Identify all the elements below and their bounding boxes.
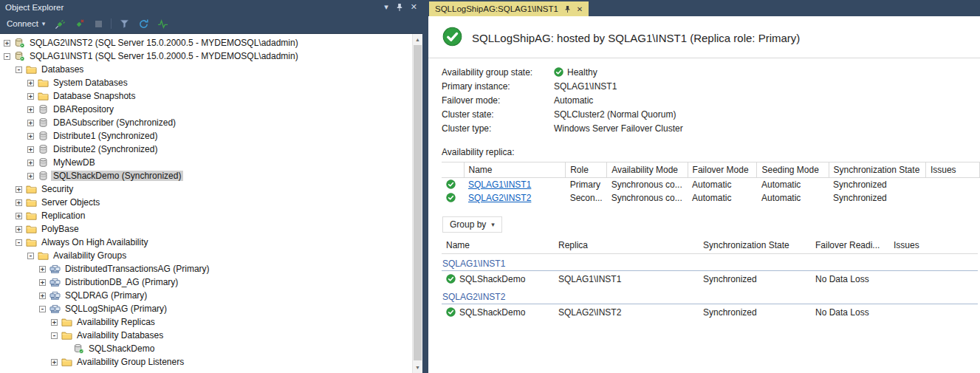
tree-item[interactable]: +DBASubscriber (Synchronized) (0, 116, 412, 129)
tab-close-icon[interactable]: ✕ (577, 5, 583, 13)
detail-row: Primary instance:SQLAG1\INST1 (442, 79, 980, 93)
expand-icon[interactable]: + (51, 359, 58, 366)
collapse-icon[interactable]: - (16, 66, 22, 73)
folder-icon (61, 317, 72, 327)
dashboard-header: SQLLogShipAG: hosted by SQLAG1\INST1 (Re… (442, 22, 980, 58)
tree-item-label: DistributionDB_AG (Primary) (63, 277, 180, 287)
replica-column-header[interactable]: Seeding Mode (757, 162, 829, 178)
group-by-dropdown[interactable]: Group by▾ (442, 216, 502, 233)
database-column-header[interactable]: Issues (889, 237, 978, 254)
detail-value-text: SQLCluster2 (Normal Quorum) (554, 109, 676, 120)
collapse-icon[interactable]: - (51, 332, 58, 339)
database-column-header[interactable]: Name (442, 237, 554, 254)
collapse-icon[interactable]: - (16, 239, 22, 246)
ag-healthy-icon (442, 27, 462, 49)
close-icon[interactable]: ✕ (411, 3, 417, 11)
replica-column-header[interactable]: Name (464, 162, 566, 178)
database-group-header[interactable]: SQLAG2\INST2 (442, 287, 978, 304)
titlebar-icons: ▾ ✕ (384, 3, 417, 12)
tree-item[interactable]: +PolyBase (0, 222, 412, 236)
scrollbar-thumb[interactable] (414, 45, 422, 360)
tree-item[interactable]: +MyNewDB (0, 156, 412, 169)
tree-item[interactable]: +Server Objects (0, 196, 412, 209)
replica-status-cell (442, 178, 464, 192)
replica-column-header[interactable]: Synchronization State (829, 162, 925, 178)
tree-item[interactable]: +SQLAG2\INST2 (SQL Server 15.0.2000.5 - … (0, 36, 412, 49)
tree-item[interactable]: +Availability Replicas (0, 315, 412, 329)
expand-icon[interactable]: + (27, 173, 34, 179)
tree-item[interactable]: -Always On High Availability (0, 236, 412, 249)
expand-icon[interactable]: + (27, 93, 34, 100)
tree-item[interactable]: +System Databases (0, 76, 412, 89)
expand-icon[interactable]: + (27, 160, 34, 166)
tree-item[interactable]: -Databases (0, 63, 412, 76)
tree-item[interactable]: +Distribute1 (Synchronized) (0, 129, 412, 143)
tree-item[interactable]: SQLShackDemo (0, 342, 412, 355)
healthy-check-icon (554, 67, 563, 77)
tree-item[interactable]: -Availability Databases (0, 329, 412, 342)
tree-item[interactable]: +Replication (0, 209, 412, 222)
expand-icon[interactable]: + (16, 226, 22, 233)
disconnect-icon[interactable] (72, 17, 86, 30)
expand-icon[interactable]: + (27, 106, 34, 113)
tree-item-label: DBASubscriber (Synchronized) (51, 117, 178, 128)
tree-item[interactable]: -SQLLogShipAG (Primary) (0, 302, 412, 315)
expand-icon[interactable]: + (39, 292, 46, 299)
collapse-icon[interactable]: - (39, 306, 46, 312)
stop-icon[interactable] (92, 17, 105, 30)
replica-column-header[interactable]: Failover Mode (688, 162, 757, 178)
expand-icon[interactable]: + (16, 186, 22, 193)
tab-pin-icon[interactable] (564, 5, 571, 13)
panel-splitter[interactable] (422, 0, 428, 373)
replica-column-header[interactable]: Issues (925, 162, 979, 178)
expand-icon[interactable]: + (27, 80, 34, 86)
database-column-header[interactable]: Synchronization State (699, 237, 811, 254)
pin-icon[interactable] (396, 3, 403, 12)
tree-item[interactable]: +SQLShackDemo (Synchronized) (0, 169, 412, 182)
replica-column-header[interactable]: Availability Mode (607, 162, 688, 178)
activity-monitor-icon[interactable] (156, 17, 169, 30)
window-position-icon[interactable]: ▾ (384, 3, 388, 11)
replica-name-link[interactable]: SQLAG1\INST1 (468, 179, 531, 190)
expand-icon[interactable]: + (16, 199, 22, 206)
healthy-check-icon (442, 27, 462, 47)
tree-item[interactable]: +DistributedTransactionsAG (Primary) (0, 262, 412, 276)
collapse-icon[interactable]: - (4, 53, 10, 60)
tab-availability-group-dashboard[interactable]: SQLLogShipAG:SQLAG1\INST1 ✕ (429, 1, 589, 16)
expand-icon[interactable]: + (16, 213, 22, 219)
tree-item[interactable]: +Database Snapshots (0, 89, 412, 103)
tree-item[interactable]: -Availability Groups (0, 249, 412, 262)
tree-item[interactable]: +Distribute2 (Synchronized) (0, 143, 412, 156)
expand-icon[interactable]: + (27, 120, 34, 126)
database-name-cell: SQLShackDemo (442, 304, 554, 321)
filter-icon[interactable] (117, 17, 131, 30)
expand-icon[interactable]: + (39, 279, 46, 286)
expand-icon[interactable]: + (27, 133, 34, 140)
collapse-icon[interactable]: - (27, 253, 34, 259)
tree-item[interactable]: +DistributionDB_AG (Primary) (0, 276, 412, 289)
replica-name-link[interactable]: SQLAG2\INST2 (468, 193, 531, 203)
database-column-header[interactable]: Replica (554, 237, 699, 254)
tree-item[interactable]: +Security (0, 182, 412, 196)
connect-button[interactable]: Connect▾ (4, 18, 47, 30)
tree-item[interactable]: +Availability Group Listeners (0, 355, 412, 369)
tree-item[interactable]: +SQLDRAG (Primary) (0, 289, 412, 302)
tree-item-label: Distribute1 (Synchronized) (51, 131, 160, 141)
database-column-header[interactable]: Failover Readi... (811, 237, 889, 254)
refresh-icon[interactable] (137, 17, 150, 30)
scroll-down-icon[interactable]: ▼ (413, 362, 422, 373)
tree-item[interactable]: +DBARepository (0, 103, 412, 116)
object-explorer-scrollbar[interactable]: ▲ ▼ (412, 34, 422, 373)
tree-item-label: Availability Databases (75, 330, 165, 341)
connect-icon[interactable] (53, 17, 66, 30)
database-group-header[interactable]: SQLAG1\INST1 (442, 254, 978, 271)
expand-icon[interactable]: + (27, 146, 34, 153)
expand-icon[interactable]: + (39, 266, 46, 273)
tree-item[interactable]: -SQLAG1\INST1 (SQL Server 15.0.2000.5 - … (0, 49, 412, 63)
expand-icon[interactable]: + (51, 319, 58, 326)
replica-column-header[interactable]: Role (566, 162, 607, 178)
chevron-down-icon: ▾ (491, 221, 495, 228)
tree-item-label: Always On High Availability (39, 237, 151, 247)
scroll-up-icon[interactable]: ▲ (413, 34, 422, 45)
expand-icon[interactable]: + (4, 40, 10, 47)
